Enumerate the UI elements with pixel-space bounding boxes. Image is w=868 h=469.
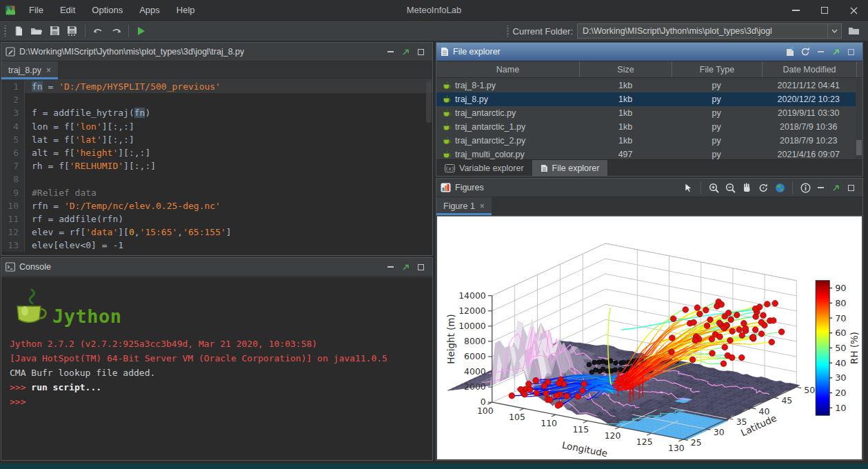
trajectory-3d-plot: 0200040006000800010000120001400010010511… [437, 217, 862, 459]
save-all-button[interactable] [63, 23, 81, 39]
tab-figure-1[interactable]: Figure 1 × [436, 197, 492, 215]
python-file-icon [442, 123, 451, 132]
file-size-cell: 497 [579, 150, 672, 159]
file-table: traj_8-1.py1kbpy2021/1/12 04:41traj_8.py… [436, 79, 856, 159]
column-header-date-modified[interactable]: Date Modified [763, 61, 857, 77]
editor-maximize-button[interactable] [413, 45, 428, 59]
menu-file[interactable]: File [21, 0, 52, 20]
title-bar: FileEditOptionsAppsHelp MeteoInfoLab [0, 0, 868, 21]
line-number: 12 [1, 226, 25, 239]
redo-button[interactable] [107, 23, 125, 39]
menu-edit[interactable]: Edit [52, 0, 83, 20]
console-maximize-button[interactable] [413, 260, 428, 274]
tab-close-icon[interactable]: × [46, 66, 51, 75]
maximize-button[interactable] [810, 0, 839, 21]
cursor-icon[interactable] [680, 181, 696, 194]
editor-minimize-button[interactable] [383, 45, 398, 59]
file-explorer-maximize-button[interactable] [843, 45, 858, 59]
zoom-in-icon[interactable] [706, 181, 721, 194]
file-table-scrollbar[interactable] [856, 79, 862, 159]
code-line-3: 3f = addfile_hytraj(fn) [1, 106, 432, 119]
python-file-icon [442, 137, 451, 146]
tab-traj-8-py[interactable]: traj_8.py × [1, 61, 58, 79]
figures-header: Figures [436, 179, 862, 197]
line-number: 11 [1, 212, 25, 226]
refresh-icon[interactable] [798, 45, 813, 59]
table-row[interactable]: traj_8.py1kbpy2020/12/2 10:23 [436, 92, 856, 106]
figure-tab-close-icon[interactable]: × [480, 201, 485, 211]
menu-help[interactable]: Help [168, 0, 203, 20]
code-editor[interactable]: 1fn = 'D:/Temp/HYSPLIT/500_previous'23f … [1, 80, 432, 255]
menu-apps[interactable]: Apps [131, 0, 168, 20]
tab-file-explorer[interactable]: File explorer [532, 160, 608, 177]
close-button[interactable] [839, 0, 868, 21]
new-file-button[interactable] [10, 23, 28, 39]
line-number: 6 [1, 146, 25, 159]
current-folder-value: D:\Working\MIScript\Jython\mis\plot_type… [578, 26, 827, 36]
table-row[interactable]: traj_antarctic_2.py1kbpy2018/7/9 10:23 [436, 134, 856, 148]
toolbar-grip-right[interactable] [506, 26, 510, 37]
figure-plot-3d-trajectories[interactable]: 0200040006000800010000120001400010010511… [437, 216, 862, 459]
figures-maximize-button[interactable] [843, 181, 858, 194]
tab-variable-explorer[interactable]: (x)Variable explorer [436, 160, 532, 177]
svg-text:30: 30 [835, 372, 846, 383]
main-toolbar: Current Folder: D:\Working\MIScript\Jyth… [0, 21, 868, 41]
toolbar-grip[interactable] [3, 26, 7, 37]
menu-options[interactable]: Options [83, 0, 131, 20]
column-header-name[interactable]: Name [436, 61, 580, 77]
svg-text:(x): (x) [445, 165, 455, 171]
figures-float-icon[interactable] [828, 181, 843, 194]
taskbar-sliver [0, 463, 868, 469]
file-name-cell: traj_antarctic_1.py [436, 122, 579, 132]
file-table-header: NameSizeFile TypeDate Modified [436, 61, 862, 78]
file-modified-cell: 2021/1/12 04:41 [761, 81, 856, 90]
current-folder-combobox[interactable]: D:\Working\MIScript\Jython\mis\plot_type… [577, 23, 842, 39]
editor-scrollbar[interactable] [426, 81, 432, 123]
table-row[interactable]: traj_antarctic.py1kbpy2019/9/11 03:30 [436, 106, 856, 120]
svg-text:50: 50 [804, 385, 815, 395]
export-icon[interactable] [783, 45, 798, 59]
tab-label: traj_8.py [8, 66, 41, 75]
column-header-file-type[interactable]: File Type [672, 61, 763, 77]
code-text: rh = f['RELHUMID'][:,:] [25, 159, 156, 172]
file-explorer-minimize-button[interactable] [813, 45, 828, 59]
info-icon[interactable] [798, 181, 813, 194]
code-line-2: 2 [1, 93, 432, 106]
code-line-4: 4lon = f['lon'][:,:] [1, 120, 432, 133]
globe-icon[interactable] [772, 181, 787, 194]
file-explorer-float-icon[interactable] [828, 45, 843, 59]
browse-folder-button[interactable] [845, 23, 862, 39]
figures-title: Figures [455, 183, 484, 192]
line-number: 1 [1, 80, 25, 93]
line-number: 8 [1, 172, 25, 186]
svg-text:40: 40 [759, 406, 770, 417]
svg-text:110: 110 [541, 418, 557, 428]
app-logo-icon [0, 5, 21, 16]
chevron-down-icon[interactable] [827, 24, 841, 38]
zoom-out-icon[interactable] [723, 181, 738, 194]
open-folder-button[interactable] [28, 23, 46, 39]
table-row[interactable]: traj_8-1.py1kbpy2021/1/12 04:41 [436, 79, 856, 92]
line-number: 2 [1, 93, 25, 106]
file-name-cell: traj_8.py [436, 94, 579, 104]
code-text: alt = f['height'][:,:] [25, 146, 150, 159]
figures-minimize-button[interactable] [813, 181, 828, 194]
save-button[interactable] [46, 23, 63, 39]
table-row[interactable]: traj_multi_color.py497py2021/4/16 09:07 [436, 148, 856, 159]
code-text: rf = addfile(rfn) [25, 212, 123, 226]
console-float-icon[interactable] [398, 260, 413, 274]
rotate-icon[interactable] [756, 181, 771, 194]
run-script-button[interactable] [132, 23, 150, 39]
pan-hand-icon[interactable] [739, 181, 754, 194]
console-minimize-button[interactable] [383, 260, 398, 274]
editor-float-icon[interactable] [398, 45, 413, 59]
console-output[interactable]: Jython Jython 2.7.2 (v2.7.2:925a3cc3b49d… [1, 277, 432, 460]
file-modified-cell: 2021/4/16 09:07 [761, 150, 856, 159]
file-modified-cell: 2019/9/11 03:30 [761, 108, 856, 118]
code-text: elev = rf['data'][0,'15:65','65:155'] [25, 226, 232, 239]
svg-text:90: 90 [835, 283, 846, 293]
undo-button[interactable] [89, 23, 107, 39]
minimize-button[interactable] [781, 0, 810, 21]
table-row[interactable]: traj_antarctic_1.py1kbpy2018/7/9 10:36 [436, 120, 856, 134]
column-header-size[interactable]: Size [580, 61, 672, 77]
